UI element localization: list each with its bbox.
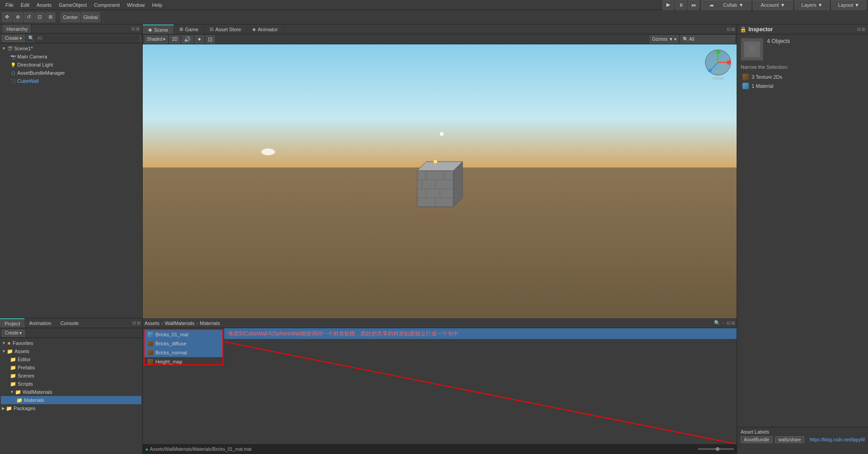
svg-point-14 [433, 159, 438, 164]
asset-toolbar: Assets › WallMaterials › Materials 🔍 ← ⊟… [143, 318, 737, 328]
asset-labels-panel: Asset Labels AssetBundle walls/share htt… [737, 427, 868, 454]
materials-folder-icon: 📁 [16, 397, 23, 403]
hierarchy-cubewall-label: CubeWall [17, 78, 39, 84]
assets-arrow: ▼ [2, 349, 6, 354]
narrow-item-texture2d[interactable]: 3 Texture 2Ds [741, 72, 864, 81]
project-editor[interactable]: 📁 Editor [1, 355, 141, 363]
project-create-button[interactable]: Create ▾ [2, 330, 25, 337]
project-wallmaterials[interactable]: ▼ 📁 WallMaterials [1, 388, 141, 396]
packages-label: Packages [14, 406, 35, 411]
scripts-label: Scripts [18, 381, 33, 387]
breadcrumb-wallmaterials[interactable]: WallMaterials [165, 320, 195, 326]
menu-window[interactable]: Window [123, 1, 148, 9]
hierarchy-item-assetbundle-manager[interactable]: ⬡ AssetBundleManager [1, 69, 141, 77]
audio-icon-btn[interactable]: 🔊 [182, 35, 193, 43]
asset-item-bricks-normal[interactable]: Bricks_normal [145, 348, 222, 357]
animator-tab-icon: ◈ [252, 27, 256, 32]
hierarchy-create-arrow: ▾ [19, 36, 22, 41]
gizmos-dropdown[interactable]: Gizmos ▼ ▾ [650, 35, 679, 43]
pivot-button[interactable]: Center [61, 12, 80, 22]
menu-edit[interactable]: Edit [17, 1, 33, 9]
project-prefabs[interactable]: 📁 Prefabs [1, 363, 141, 372]
bricks-diffuse-icon [147, 340, 154, 347]
hierarchy-item-main-camera[interactable]: 📷 Main Camera [1, 53, 141, 61]
tab-animator[interactable]: ◈ Animator [247, 24, 284, 34]
project-tab-console[interactable]: Console [56, 318, 83, 328]
layout-button[interactable]: Layout ▼ [831, 0, 866, 10]
menu-file[interactable]: File [2, 1, 17, 9]
layers-button[interactable]: Layers ▼ [795, 0, 829, 10]
project-assets[interactable]: ▼ 📁 Assets [1, 347, 141, 355]
shading-dropdown[interactable]: Shaded ▾ [145, 35, 168, 43]
hierarchy-create-label: Create [5, 36, 19, 41]
asset-item-bricks01mat[interactable]: Bricks_01_mat [145, 330, 222, 339]
menu-help[interactable]: Help [148, 1, 166, 9]
play-button[interactable]: ▶ [662, 0, 674, 10]
menu-gameobject[interactable]: GameObject [55, 1, 91, 9]
project-tab-project[interactable]: Project [0, 318, 24, 328]
global-label: Global [83, 14, 98, 20]
hierarchy-create-button[interactable]: Create ▾ [2, 35, 25, 42]
asset-item-height-map[interactable]: Height_map [145, 357, 222, 366]
project-tab-animation[interactable]: Animation [24, 318, 56, 328]
transform-scale-tool[interactable]: ⊡ [34, 12, 44, 22]
sky-background [143, 44, 737, 167]
zoom-slider[interactable] [698, 448, 734, 450]
hierarchy-tab[interactable]: Hierarchy [3, 24, 32, 33]
overlay-icon-btn[interactable]: ⊡ [206, 35, 215, 43]
project-scenes[interactable]: 📁 Scenes [1, 372, 141, 380]
gizmos-label: Gizmos ▼ [652, 37, 673, 42]
transform-rotate-tool[interactable]: ↺ [24, 12, 34, 22]
menu-assets[interactable]: Assets [33, 1, 55, 9]
prefabs-folder-icon: 📁 [10, 365, 16, 371]
share-tag[interactable]: walls/share [775, 436, 804, 443]
blog-url[interactable]: https://blog.csdn.net/lippyW [810, 437, 865, 442]
layers-label: Layers ▼ [798, 1, 826, 9]
layout-label: Layout ▼ [834, 1, 863, 9]
global-button[interactable]: Global [81, 12, 100, 22]
svg-text:□: □ [750, 44, 754, 52]
camera-icon: 📷 [10, 53, 16, 60]
project-scripts[interactable]: 📁 Scripts [1, 380, 141, 388]
asset-item-bricks-diffuse[interactable]: Bricks_diffuse [145, 339, 222, 348]
gizmo-widget[interactable]: Perso [704, 48, 733, 77]
tab-scene[interactable]: ◉ Scene [143, 24, 174, 34]
materials-label: Materials [24, 397, 44, 403]
inspector-panel: 🔒 Inspector ⊟ ⊞ □ 4 Objects Narrow the S… [737, 24, 868, 454]
breadcrumb-assets[interactable]: Assets [145, 320, 159, 326]
transform-move-tool[interactable]: ⊕ [13, 12, 23, 22]
step-button[interactable]: ⏭ [688, 0, 699, 10]
cloud [261, 148, 275, 155]
tab-asset-store[interactable]: ⊡ Asset Store [204, 24, 247, 34]
hierarchy-tab-label: Hierarchy [6, 26, 28, 32]
assetbundle-tag[interactable]: AssetBundle [741, 436, 772, 443]
scripts-folder-icon: 📁 [10, 381, 16, 387]
project-tab-label: Project [5, 321, 20, 326]
account-button[interactable]: Account ▼ [753, 0, 793, 10]
project-materials[interactable]: 📁 Materials [1, 396, 141, 404]
transform-hand-tool[interactable]: ✥ [2, 12, 12, 22]
tab-game[interactable]: ⊞ Game [174, 24, 204, 34]
hierarchy-scene-root[interactable]: ▼ 🎬 Scene1* [1, 44, 141, 53]
packages-folder-icon: 📁 [6, 406, 12, 411]
narrow-item-material[interactable]: 1 Material [741, 81, 864, 91]
collab-button[interactable]: ☁ Collab ▼ [701, 0, 751, 10]
hierarchy-search-input[interactable] [35, 35, 140, 42]
transform-rect-tool[interactable]: ⊞ [45, 12, 55, 22]
pause-button[interactable]: ⏸ [675, 0, 687, 10]
asset-status-bar: ● Assets/WallMaterials/Materials/Bricks_… [143, 444, 737, 454]
hierarchy-item-cubewall[interactable]: ⬛ CubeWall [1, 77, 141, 85]
search-all-input[interactable]: 🔍 All [680, 35, 735, 43]
asset-store-tab-icon: ⊡ [210, 27, 213, 32]
assets-folder-icon: 📁 [7, 349, 13, 354]
hierarchy-item-directional-light[interactable]: 💡 Directional Light [1, 61, 141, 69]
editor-folder-icon: 📁 [10, 357, 16, 363]
menu-component[interactable]: Component [90, 1, 123, 9]
2d-button[interactable]: 2D [169, 35, 180, 43]
viewport[interactable]: Perso [143, 44, 737, 318]
project-favorites[interactable]: ▼ ★ Favorites [1, 339, 141, 347]
hierarchy-camera-label: Main Camera [17, 54, 47, 59]
breadcrumb-materials[interactable]: Materials [200, 320, 220, 326]
project-packages[interactable]: ▶ 📁 Packages [1, 404, 141, 412]
fx-icon-btn[interactable]: ✦ [195, 35, 204, 43]
